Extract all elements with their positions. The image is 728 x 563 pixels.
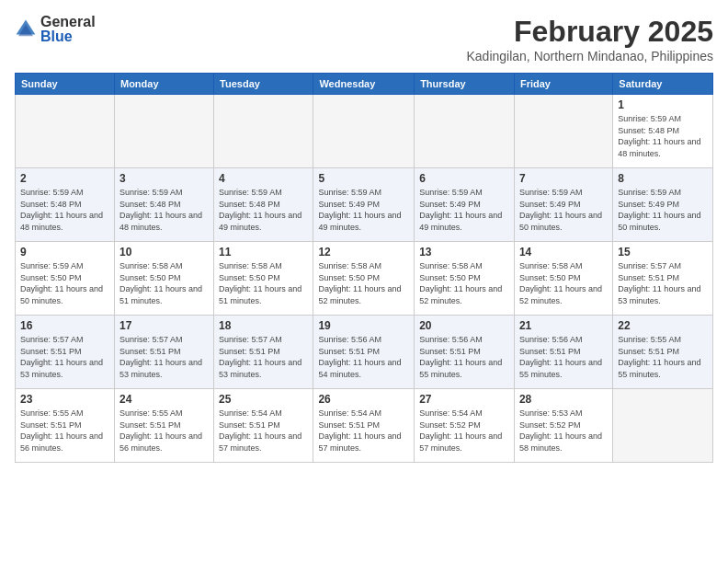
calendar-cell [114,95,213,168]
day-info: Sunrise: 5:59 AM Sunset: 5:50 PM Dayligh… [20,260,109,306]
logo-text: General Blue [40,15,96,44]
calendar-cell: 4Sunrise: 5:59 AM Sunset: 5:48 PM Daylig… [214,168,313,242]
calendar-cell: 25Sunrise: 5:54 AM Sunset: 5:51 PM Dayli… [214,389,313,463]
day-number: 18 [219,319,308,332]
day-number: 19 [318,319,409,332]
day-info: Sunrise: 5:56 AM Sunset: 5:51 PM Dayligh… [419,334,509,380]
calendar-cell: 18Sunrise: 5:57 AM Sunset: 5:51 PM Dayli… [214,316,313,389]
day-number: 11 [219,246,308,259]
day-number: 28 [519,393,608,406]
calendar-cell: 28Sunrise: 5:53 AM Sunset: 5:52 PM Dayli… [514,389,612,463]
day-info: Sunrise: 5:59 AM Sunset: 5:48 PM Dayligh… [119,187,209,233]
weekday-header-friday: Friday [514,74,612,95]
month-title: February 2025 [466,15,713,49]
day-info: Sunrise: 5:58 AM Sunset: 5:50 PM Dayligh… [219,260,308,306]
calendar-week-4: 16Sunrise: 5:57 AM Sunset: 5:51 PM Dayli… [16,316,713,389]
calendar-cell: 16Sunrise: 5:57 AM Sunset: 5:51 PM Dayli… [16,316,115,389]
day-info: Sunrise: 5:58 AM Sunset: 5:50 PM Dayligh… [318,260,409,306]
day-info: Sunrise: 5:56 AM Sunset: 5:51 PM Dayligh… [519,334,608,380]
day-info: Sunrise: 5:59 AM Sunset: 5:48 PM Dayligh… [20,187,109,233]
day-info: Sunrise: 5:55 AM Sunset: 5:51 PM Dayligh… [20,408,109,454]
day-info: Sunrise: 5:55 AM Sunset: 5:51 PM Dayligh… [618,334,708,380]
day-number: 12 [318,246,409,259]
day-number: 15 [618,246,708,259]
calendar-cell: 22Sunrise: 5:55 AM Sunset: 5:51 PM Dayli… [613,316,713,389]
calendar-cell [415,95,515,168]
calendar-cell: 15Sunrise: 5:57 AM Sunset: 5:51 PM Dayli… [613,242,713,316]
day-number: 1 [618,98,708,111]
day-number: 10 [119,246,209,259]
day-number: 9 [20,246,109,259]
calendar-cell [514,95,612,168]
day-info: Sunrise: 5:54 AM Sunset: 5:52 PM Dayligh… [419,408,509,454]
calendar-cell [16,95,115,168]
day-number: 3 [119,172,209,185]
weekday-header-saturday: Saturday [613,74,713,95]
calendar-week-3: 9Sunrise: 5:59 AM Sunset: 5:50 PM Daylig… [16,242,713,316]
page: General Blue February 2025 Kadingilan, N… [0,0,728,563]
calendar-cell: 7Sunrise: 5:59 AM Sunset: 5:49 PM Daylig… [514,168,612,242]
day-number: 22 [618,319,708,332]
day-number: 16 [20,319,109,332]
day-number: 20 [419,319,509,332]
weekday-header-wednesday: Wednesday [313,74,415,95]
day-number: 2 [20,172,109,185]
day-number: 23 [20,393,109,406]
day-info: Sunrise: 5:59 AM Sunset: 5:49 PM Dayligh… [519,187,608,233]
calendar-cell: 24Sunrise: 5:55 AM Sunset: 5:51 PM Dayli… [114,389,213,463]
calendar-cell: 6Sunrise: 5:59 AM Sunset: 5:49 PM Daylig… [415,168,515,242]
day-info: Sunrise: 5:59 AM Sunset: 5:48 PM Dayligh… [618,113,708,159]
day-info: Sunrise: 5:59 AM Sunset: 5:49 PM Dayligh… [318,187,409,233]
calendar-cell: 26Sunrise: 5:54 AM Sunset: 5:51 PM Dayli… [313,389,415,463]
day-number: 4 [219,172,308,185]
day-info: Sunrise: 5:59 AM Sunset: 5:49 PM Dayligh… [419,187,509,233]
calendar-cell: 19Sunrise: 5:56 AM Sunset: 5:51 PM Dayli… [313,316,415,389]
day-number: 5 [318,172,409,185]
logo-icon [15,18,37,40]
day-number: 13 [419,246,509,259]
day-info: Sunrise: 5:57 AM Sunset: 5:51 PM Dayligh… [219,334,308,380]
day-info: Sunrise: 5:54 AM Sunset: 5:51 PM Dayligh… [219,408,308,454]
logo-general: General [40,15,96,29]
weekday-header-monday: Monday [114,74,213,95]
day-number: 6 [419,172,509,185]
calendar-week-5: 23Sunrise: 5:55 AM Sunset: 5:51 PM Dayli… [16,389,713,463]
day-number: 7 [519,172,608,185]
calendar-cell [214,95,313,168]
title-area: February 2025 Kadingilan, Northern Minda… [466,15,713,63]
day-number: 24 [119,393,209,406]
calendar-cell: 1Sunrise: 5:59 AM Sunset: 5:48 PM Daylig… [613,95,713,168]
day-info: Sunrise: 5:58 AM Sunset: 5:50 PM Dayligh… [119,260,209,306]
weekday-header-thursday: Thursday [415,74,515,95]
calendar-cell: 27Sunrise: 5:54 AM Sunset: 5:52 PM Dayli… [415,389,515,463]
day-number: 25 [219,393,308,406]
day-info: Sunrise: 5:58 AM Sunset: 5:50 PM Dayligh… [519,260,608,306]
day-number: 26 [318,393,409,406]
calendar-cell: 11Sunrise: 5:58 AM Sunset: 5:50 PM Dayli… [214,242,313,316]
weekday-header-row: SundayMondayTuesdayWednesdayThursdayFrid… [16,74,713,95]
day-info: Sunrise: 5:57 AM Sunset: 5:51 PM Dayligh… [618,260,708,306]
day-info: Sunrise: 5:57 AM Sunset: 5:51 PM Dayligh… [119,334,209,380]
calendar-cell: 21Sunrise: 5:56 AM Sunset: 5:51 PM Dayli… [514,316,612,389]
calendar-cell: 3Sunrise: 5:59 AM Sunset: 5:48 PM Daylig… [114,168,213,242]
calendar-cell: 5Sunrise: 5:59 AM Sunset: 5:49 PM Daylig… [313,168,415,242]
calendar-cell: 14Sunrise: 5:58 AM Sunset: 5:50 PM Dayli… [514,242,612,316]
calendar-cell: 8Sunrise: 5:59 AM Sunset: 5:49 PM Daylig… [613,168,713,242]
day-number: 21 [519,319,608,332]
location: Kadingilan, Northern Mindanao, Philippin… [466,49,713,63]
day-info: Sunrise: 5:54 AM Sunset: 5:51 PM Dayligh… [318,408,409,454]
day-info: Sunrise: 5:57 AM Sunset: 5:51 PM Dayligh… [20,334,109,380]
calendar-week-1: 1Sunrise: 5:59 AM Sunset: 5:48 PM Daylig… [16,95,713,168]
day-info: Sunrise: 5:56 AM Sunset: 5:51 PM Dayligh… [318,334,409,380]
day-number: 17 [119,319,209,332]
calendar-table: SundayMondayTuesdayWednesdayThursdayFrid… [15,73,713,463]
calendar-cell [613,389,713,463]
day-info: Sunrise: 5:58 AM Sunset: 5:50 PM Dayligh… [419,260,509,306]
day-info: Sunrise: 5:55 AM Sunset: 5:51 PM Dayligh… [119,408,209,454]
calendar-cell: 12Sunrise: 5:58 AM Sunset: 5:50 PM Dayli… [313,242,415,316]
day-number: 27 [419,393,509,406]
day-info: Sunrise: 5:53 AM Sunset: 5:52 PM Dayligh… [519,408,608,454]
calendar-cell: 23Sunrise: 5:55 AM Sunset: 5:51 PM Dayli… [16,389,115,463]
calendar-cell: 20Sunrise: 5:56 AM Sunset: 5:51 PM Dayli… [415,316,515,389]
day-number: 8 [618,172,708,185]
